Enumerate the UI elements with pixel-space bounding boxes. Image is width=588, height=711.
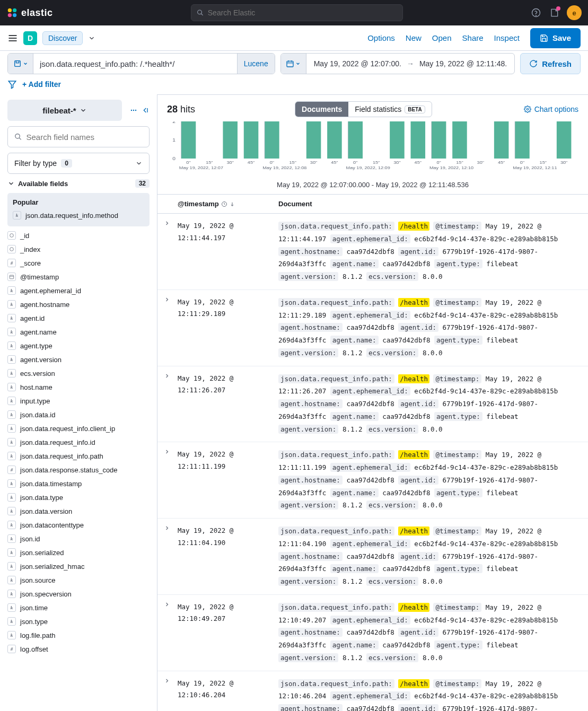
field-item[interactable]: _index — [7, 242, 150, 256]
field-item[interactable]: kagent.version — [7, 353, 150, 366]
expand-row[interactable] — [164, 678, 178, 712]
field-item[interactable]: kagent.id — [7, 311, 150, 325]
field-name: ecs.version — [20, 370, 55, 378]
field-item[interactable]: kjson.time — [7, 601, 150, 615]
field-item[interactable]: kjson.serialized_hmac — [7, 559, 150, 573]
field-item[interactable]: kagent.hostname — [7, 297, 150, 311]
field-name: json.type — [20, 618, 48, 626]
field-item[interactable]: kjson.specversion — [7, 587, 150, 601]
field-name: agent.name — [20, 328, 57, 336]
field-item[interactable]: _id — [7, 229, 150, 242]
expand-row[interactable] — [164, 220, 178, 283]
chevron-down-icon — [295, 61, 301, 66]
field-item[interactable]: kjson.data.type — [7, 490, 150, 504]
expand-row[interactable] — [164, 296, 178, 359]
available-fields-header[interactable]: Available fields 32 — [7, 174, 150, 191]
expand-row[interactable] — [164, 449, 178, 512]
share-link[interactable]: Share — [462, 33, 484, 42]
svg-text:45": 45" — [331, 160, 338, 165]
field-item[interactable]: kjson.id — [7, 532, 150, 546]
date-quick-button[interactable] — [281, 54, 306, 74]
chart-options[interactable]: Chart options — [524, 105, 578, 113]
filter-by-type[interactable]: Filter by type 0 — [7, 153, 150, 174]
field-item[interactable]: kinput.type — [7, 394, 150, 408]
expand-row[interactable] — [164, 601, 178, 664]
help-icon[interactable] — [531, 7, 541, 18]
save-button[interactable]: Save — [530, 28, 581, 48]
field-item[interactable]: kjson.data.request_info.id — [7, 435, 150, 449]
field-stats-tab[interactable]: Field statistics BETA — [348, 102, 431, 117]
keyword-icon: k — [7, 534, 16, 543]
news-icon-wrap[interactable] — [549, 7, 559, 18]
date-range[interactable]: May 19, 2022 @ 12:07:00. → May 19, 2022 … — [306, 54, 514, 74]
user-avatar[interactable]: e — [567, 5, 582, 20]
expand-row[interactable] — [164, 525, 178, 588]
sort-desc-icon[interactable] — [230, 201, 235, 207]
field-item[interactable]: kagent.ephemeral_id — [7, 284, 150, 297]
field-item[interactable]: kjson.data.request_info.client_ip — [7, 422, 150, 435]
svg-text:15": 15" — [206, 160, 213, 165]
field-name: json.serialized — [20, 549, 64, 557]
field-item[interactable]: kjson.data.request_info.path — [7, 449, 150, 463]
field-item[interactable]: kjson.data.version — [7, 504, 150, 518]
new-link[interactable]: New — [406, 33, 422, 42]
global-search-input[interactable] — [208, 8, 397, 17]
query-syntax-toggle[interactable]: Lucene — [237, 54, 275, 74]
inspect-link[interactable]: Inspect — [494, 33, 520, 42]
timestamp-cell: May 19, 2022 @ 12:11:04.190 — [178, 525, 278, 588]
saved-query-button[interactable] — [8, 54, 33, 74]
filters-icon[interactable] — [7, 80, 17, 89]
field-item[interactable]: kjson.data.id — [7, 408, 150, 422]
dots-icon[interactable] — [129, 106, 138, 115]
query-input[interactable] — [33, 54, 237, 74]
svg-text:45": 45" — [415, 160, 422, 165]
timestamp-cell: May 19, 2022 @ 12:10:49.207 — [178, 601, 278, 664]
field-item[interactable]: kagent.name — [7, 325, 150, 339]
field-search-input[interactable] — [27, 133, 143, 142]
app-name-chip[interactable]: Discover — [42, 31, 83, 45]
field-item[interactable]: kjson.data.timestamp — [7, 477, 150, 490]
brand-logo[interactable]: elastic — [6, 7, 53, 19]
open-link[interactable]: Open — [432, 33, 452, 42]
svg-text:0": 0" — [353, 160, 357, 165]
chevron-down-icon — [80, 107, 87, 114]
index-pattern-selector[interactable]: filebeat-* — [7, 100, 122, 121]
documents-tab[interactable]: Documents — [295, 102, 348, 117]
svg-text:0": 0" — [270, 160, 274, 165]
field-item[interactable]: kagent.type — [7, 339, 150, 353]
field-search[interactable] — [7, 126, 150, 147]
field-item[interactable]: #_score — [7, 256, 150, 270]
field-item[interactable]: kecs.version — [7, 366, 150, 380]
field-item[interactable]: @timestamp — [7, 270, 150, 284]
chevron-down-icon[interactable] — [88, 34, 95, 42]
field-item[interactable]: kjson.type — [7, 615, 150, 628]
document-cell: json.data.request_info.path: /health @ti… — [278, 296, 582, 359]
refresh-button[interactable]: Refresh — [520, 53, 581, 74]
global-search[interactable] — [191, 4, 403, 21]
column-document[interactable]: Document — [278, 200, 582, 208]
expand-row[interactable] — [164, 373, 178, 436]
field-item[interactable]: kjson.serialized — [7, 546, 150, 559]
options-link[interactable]: Options — [367, 33, 395, 42]
table-row: May 19, 2022 @ 12:11:29.189 json.data.re… — [157, 290, 588, 366]
add-filter-button[interactable]: + Add filter — [22, 80, 61, 89]
svg-text:15": 15" — [289, 160, 296, 165]
column-timestamp[interactable]: @timestamp — [178, 200, 278, 208]
field-item[interactable]: kjson.data.request_info.method — [13, 208, 144, 222]
field-item[interactable]: klog.file.path — [7, 628, 150, 642]
field-item[interactable]: #json.data.response.status_code — [7, 463, 150, 477]
field-item[interactable]: kjson.datacontenttype — [7, 518, 150, 532]
svg-text:0": 0" — [436, 160, 441, 165]
field-name: agent.type — [20, 342, 52, 350]
field-item[interactable]: #log.offset — [7, 642, 150, 656]
keyword-icon: k — [7, 328, 16, 336]
svg-text:1: 1 — [172, 137, 175, 143]
svg-text:2: 2 — [172, 121, 175, 124]
field-name: json.data.version — [20, 507, 72, 515]
keyword-icon: k — [7, 286, 16, 295]
menu-icon[interactable] — [7, 33, 18, 43]
field-item[interactable]: kjson.source — [7, 573, 150, 587]
field-item[interactable]: khost.name — [7, 380, 150, 394]
histogram[interactable]: 0120"15"30"45"0"15"30"45"0"15"30"45"0"15… — [157, 121, 588, 194]
collapse-icon[interactable] — [141, 106, 150, 115]
